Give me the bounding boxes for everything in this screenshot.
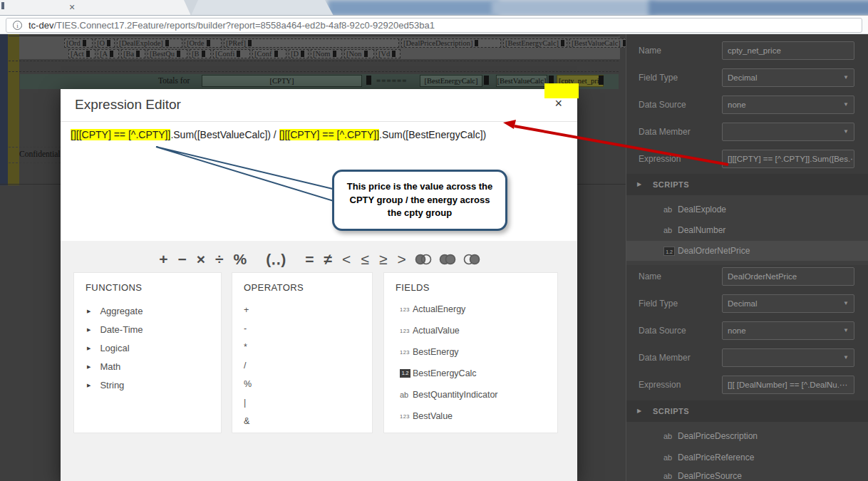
toolbar-op-1-button[interactable]: − — [178, 247, 187, 271]
active-browser-tab[interactable] — [0, 0, 191, 16]
designer-field-placeholder[interactable]: [A — [98, 49, 119, 58]
chevron-right-icon: ▶ — [87, 309, 91, 314]
operator-item[interactable]: * — [244, 342, 247, 352]
script-item-DealPriceReference[interactable]: abDealPriceReference — [626, 448, 868, 467]
designer-field-placeholder[interactable]: [B — [190, 49, 211, 58]
toolbar-op-5-button[interactable]: (‥) — [266, 247, 286, 271]
property-dropdown[interactable]: Decimal▼ — [722, 68, 854, 87]
url-field[interactable]: i tc-dev/TIES.Connect17.2Feature/reports… — [6, 18, 862, 33]
field-item-label: BestValue — [413, 411, 453, 421]
designer-field-placeholder[interactable]: [Nom — [311, 49, 342, 58]
function-category-Logical[interactable]: ▶Logical — [87, 343, 130, 353]
toolbar-op-9-button[interactable]: ≤ — [361, 247, 369, 271]
operator-item[interactable]: + — [244, 305, 249, 315]
designer-field-placeholder[interactable]: [D — [289, 49, 309, 58]
field-item-BestQuantityIndicator[interactable]: abBestQuantityIndicator — [400, 390, 498, 400]
property-input[interactable]: [][[CPTY] == [^.CPTY]].Sum([Bes.⋯ — [722, 150, 854, 168]
tab-favicon — [1, 2, 4, 9]
expression-input[interactable]: [][[CPTY] == [^.CPTY]].Sum([BestValueCal… — [71, 126, 570, 143]
property-dropdown[interactable]: none▼ — [722, 321, 854, 340]
designer-field-placeholder[interactable]: [O — [95, 38, 115, 48]
designer-field-placeholder[interactable]: [Ord — [64, 38, 93, 48]
designer-field-placeholder[interactable]: [Non — [344, 49, 374, 58]
chevron-right-icon: ▶ — [637, 181, 641, 187]
operator-item[interactable]: / — [244, 361, 246, 371]
script-item-DealOrderNetPrice[interactable]: 1.2DealOrderNetPrice — [626, 241, 868, 261]
function-category-Aggregate[interactable]: ▶Aggregate — [87, 306, 143, 316]
function-category-String[interactable]: ▶String — [87, 380, 124, 391]
designer-field-placeholder[interactable]: [DealPriceDescription] — [401, 38, 501, 48]
tab-close-icon[interactable]: × — [69, 1, 75, 13]
field-marker-icon — [207, 40, 210, 46]
script-item-DealPriceDescription[interactable]: abDealPriceDescription — [626, 426, 868, 446]
operator-item[interactable]: | — [244, 398, 246, 408]
text-field-icon: ab — [663, 226, 675, 234]
field-marker-icon — [202, 51, 205, 57]
join-inner-button[interactable] — [438, 253, 457, 266]
property-dropdown[interactable]: Decimal▼ — [722, 294, 854, 313]
property-dropdown[interactable]: ▼ — [722, 123, 854, 141]
field-item-BestEnergy[interactable]: 123BestEnergy — [400, 347, 459, 357]
close-icon[interactable]: × — [554, 96, 562, 111]
property-dropdown[interactable]: none▼ — [722, 95, 854, 114]
designer-field-placeholder[interactable]: [Confi — [213, 49, 250, 58]
toolbar-op-6-button[interactable]: = — [305, 247, 314, 271]
property-label: Name — [639, 271, 661, 281]
adjacent-browser-tab[interactable] — [191, 0, 334, 16]
toolbar-op-10-button[interactable]: ≥ — [379, 247, 388, 271]
blurred-tab — [492, 0, 656, 16]
operator-item[interactable]: - — [244, 324, 247, 333]
designer-field-placeholder[interactable]: [Conf — [252, 49, 286, 58]
highlighted-expression-segment: [][[CPTY] == [^.CPTY]] — [71, 129, 170, 140]
placeholder-text: [Conf — [254, 50, 272, 58]
designer-field-placeholder[interactable]: [BestEnergyCalc] — [503, 38, 567, 48]
property-dropdown[interactable]: ▼ — [722, 348, 854, 367]
designer-field-placeholder[interactable]: [Act — [68, 49, 95, 58]
field-marker-icon — [274, 51, 278, 57]
join-left-button[interactable] — [414, 253, 433, 266]
totals-value-cell[interactable]: [BestValueCalc] — [496, 75, 547, 87]
toolbar-op-4-button[interactable]: % — [234, 247, 247, 271]
text-field-icon: ab — [400, 391, 413, 399]
designer-field-placeholder[interactable]: [BestQu — [148, 49, 187, 58]
operator-item[interactable]: % — [244, 379, 252, 389]
scripts-section-header[interactable]: ▶SCRIPTS — [626, 174, 868, 195]
script-item-DealExplode[interactable]: abDealExplode — [626, 200, 868, 219]
field-item-ActualEnergy[interactable]: 123ActualEnergy — [400, 304, 465, 314]
property-input[interactable]: cpty_net_price — [722, 41, 854, 60]
field-item-BestValue[interactable]: 123BestValue — [400, 411, 453, 421]
text-field-icon: ab — [663, 472, 675, 480]
toolbar-op-7-button[interactable]: ≠ — [324, 247, 333, 271]
toolbar-op-0-button[interactable]: + — [159, 247, 167, 271]
designer-field-placeholder[interactable]: [Orde — [185, 38, 222, 48]
toolbar-op-8-button[interactable]: < — [342, 247, 351, 271]
totals-group-cell[interactable]: [CPTY] — [202, 75, 362, 87]
text-field-icon: ab — [663, 453, 675, 462]
toolbar-op-3-button[interactable]: ÷ — [215, 247, 224, 271]
designer-field-placeholder[interactable]: [BestValueCalc] — [569, 38, 631, 48]
field-item-ActualValue[interactable]: 123ActualValue — [400, 326, 460, 336]
chevron-right-icon: ▶ — [637, 408, 641, 414]
toolbar-op-2-button[interactable]: × — [197, 247, 205, 271]
function-category-Math[interactable]: ▶Math — [87, 361, 120, 372]
script-item-DealNumber[interactable]: abDealNumber — [626, 220, 868, 240]
function-category-Date-Time[interactable]: ▶Date-Time — [87, 324, 143, 335]
designer-field-placeholder[interactable]: [Ba — [121, 49, 145, 58]
property-input[interactable]: [][ [DealNumber] == [^.DealNu.⋯ — [722, 376, 854, 394]
field-item-BestEnergyCalc[interactable]: 1.2BestEnergyCalc — [400, 368, 477, 378]
number-field-icon: 123 — [400, 328, 413, 334]
page-info-icon[interactable]: i — [13, 21, 22, 30]
join-right-button[interactable] — [463, 253, 481, 266]
placeholder-text: [B — [192, 50, 200, 58]
totals-energy-cell[interactable]: [BestEnergyCalc] — [420, 75, 482, 87]
cell-marker-icon — [484, 76, 489, 85]
scripts-section-header[interactable]: ▶SCRIPTS — [626, 400, 868, 422]
field-item-label: BestEnergy — [413, 347, 459, 357]
designer-field-placeholder[interactable]: [PRef] — [224, 38, 399, 48]
toolbar-op-11-button[interactable]: > — [397, 247, 405, 271]
script-item-DealPriceSource[interactable]: abDealPriceSource — [626, 466, 868, 481]
designer-field-placeholder[interactable]: [Vd — [376, 49, 401, 58]
designer-field-placeholder[interactable]: [DealExplode] — [117, 38, 182, 48]
property-input[interactable]: DealOrderNetPrice — [722, 267, 854, 286]
operator-item[interactable]: & — [244, 416, 249, 426]
